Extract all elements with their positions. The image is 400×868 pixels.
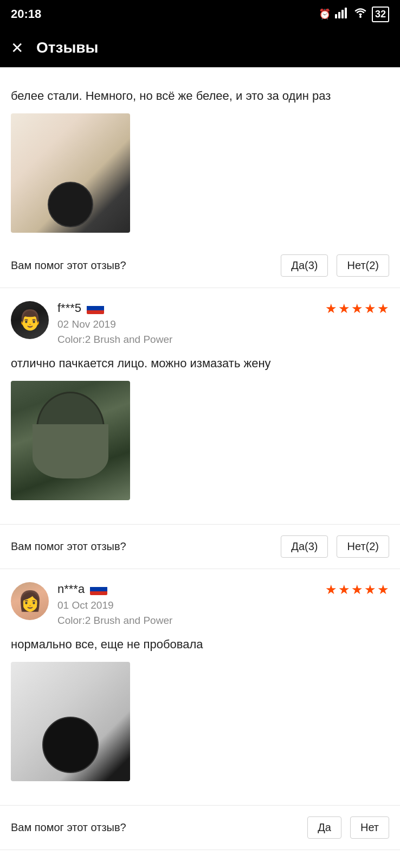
star-1: ★ [325, 301, 337, 316]
review-text-3: нормально все, еще не пробовала [11, 635, 389, 653]
review-text-2: отлично пачкается лицо. можно измазать ж… [11, 354, 389, 372]
yes-button-2[interactable]: Да(3) [281, 535, 328, 558]
star-3: ★ [351, 301, 363, 316]
app-header: ✕ Отзывы [0, 28, 400, 67]
stars-2: ★ ★ ★ ★ ★ [325, 301, 389, 316]
review-image-2[interactable] [11, 381, 130, 500]
helpful-label-3: Вам помог этот отзыв? [11, 821, 299, 834]
review-image-3[interactable] [11, 662, 130, 781]
review-header-2: 👨 f***5 02 Nov 2019 Color:2 Brush and Po… [11, 301, 389, 346]
star-3-5: ★ [377, 582, 389, 597]
star-3-2: ★ [338, 582, 350, 597]
svg-rect-1 [338, 12, 340, 18]
reviewer-name-row-2: f***5 [57, 301, 172, 315]
review-partial-top: белее стали. Немного, но всё же белее, и… [0, 67, 400, 233]
reviewer-color-3: Color:2 Brush and Power [57, 615, 172, 627]
flag-icon-3 [90, 583, 107, 595]
yes-button-3[interactable]: Да [307, 816, 341, 839]
battery-icon: 32 [372, 7, 389, 22]
star-3-1: ★ [325, 582, 337, 597]
reviewer-name-2: f***5 [57, 301, 81, 315]
helpful-label-1: Вам помог этот отзыв? [11, 259, 272, 272]
reviews-content: белее стали. Немного, но всё же белее, и… [0, 67, 400, 850]
reviewer-details-3: n***a 01 Oct 2019 Color:2 Brush and Powe… [57, 582, 172, 627]
star-3-3: ★ [351, 582, 363, 597]
review-card-3: 👩 n***a 01 Oct 2019 Color:2 Brush and Po… [0, 569, 400, 806]
helpful-row-1: Вам помог этот отзыв? Да(3) Нет(2) [0, 244, 400, 288]
review-image-1[interactable] [11, 113, 130, 233]
helpful-label-2: Вам помог этот отзыв? [11, 540, 272, 553]
no-button-3[interactable]: Нет [350, 816, 389, 839]
reviewer-details-2: f***5 02 Nov 2019 Color:2 Brush and Powe… [57, 301, 172, 346]
no-button-2[interactable]: Нет(2) [337, 535, 389, 558]
alarm-icon: ⏰ [319, 8, 331, 20]
helpful-row-3: Вам помог этот отзыв? Да Нет [0, 806, 400, 850]
status-icons: ⏰ 32 [319, 7, 389, 22]
star-3-4: ★ [364, 582, 376, 597]
wifi-icon [353, 8, 367, 21]
svg-rect-3 [345, 8, 347, 18]
stars-3: ★ ★ ★ ★ ★ [325, 582, 389, 597]
reviewer-info-3: 👩 n***a 01 Oct 2019 Color:2 Brush and Po… [11, 582, 172, 627]
avatar-3: 👩 [11, 582, 49, 620]
yes-button-1[interactable]: Да(3) [281, 254, 328, 277]
star-5: ★ [377, 301, 389, 316]
reviewer-name-row-3: n***a [57, 582, 172, 596]
reviewer-color-2: Color:2 Brush and Power [57, 334, 172, 346]
star-2: ★ [338, 301, 350, 316]
page-title: Отзывы [36, 39, 98, 56]
signal-icon [335, 8, 349, 21]
svg-point-4 [359, 16, 362, 18]
flag-icon-2 [87, 302, 104, 314]
avatar-2: 👨 [11, 301, 49, 339]
reviewer-date-3: 01 Oct 2019 [57, 599, 172, 611]
no-button-1[interactable]: Нет(2) [337, 254, 389, 277]
helpful-row-2: Вам помог этот отзыв? Да(3) Нет(2) [0, 525, 400, 569]
star-4: ★ [364, 301, 376, 316]
review-header-3: 👩 n***a 01 Oct 2019 Color:2 Brush and Po… [11, 582, 389, 627]
review-card-2: 👨 f***5 02 Nov 2019 Color:2 Brush and Po… [0, 288, 400, 525]
status-bar: 20:18 ⏰ 32 [0, 0, 400, 28]
svg-rect-2 [341, 10, 344, 18]
close-button[interactable]: ✕ [11, 39, 23, 57]
svg-rect-0 [335, 14, 337, 18]
reviewer-date-2: 02 Nov 2019 [57, 318, 172, 330]
reviewer-name-3: n***a [57, 582, 85, 596]
reviewer-info-2: 👨 f***5 02 Nov 2019 Color:2 Brush and Po… [11, 301, 172, 346]
status-time: 20:18 [11, 7, 41, 21]
partial-review-text: белее стали. Немного, но всё же белее, и… [11, 87, 389, 105]
